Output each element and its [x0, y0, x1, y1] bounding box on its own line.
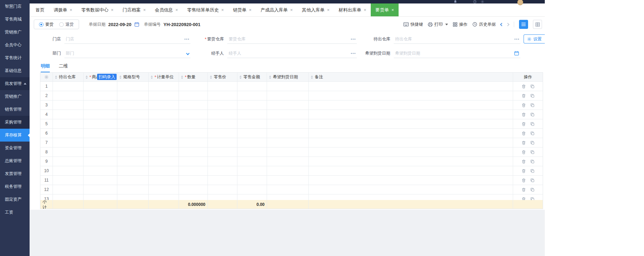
delete-row-icon[interactable]	[521, 150, 526, 154]
cell-col-actions[interactable]	[513, 166, 543, 176]
copy-row-icon[interactable]	[530, 187, 535, 192]
doc-type-radio-0[interactable]: 要货	[39, 22, 54, 27]
grid-view-button[interactable]	[533, 20, 542, 29]
row-number-cell[interactable]: 9	[40, 157, 53, 166]
cell-col-remark[interactable]	[309, 138, 513, 147]
cell-col-product[interactable]	[84, 166, 117, 176]
cell-col-qty[interactable]	[179, 138, 208, 147]
tab-close-icon[interactable]: ×	[327, 8, 330, 12]
cell-col-unit[interactable]	[149, 166, 179, 176]
cell-col-product[interactable]	[84, 110, 117, 119]
sidebar-item-retail-mall[interactable]: 零售商城	[0, 13, 30, 26]
row-number-cell[interactable]: 6	[40, 129, 53, 138]
cell-col-retail-amount[interactable]	[237, 129, 267, 138]
cell-col-expected-date[interactable]	[267, 119, 309, 129]
cell-col-actions[interactable]	[513, 129, 543, 138]
delete-row-icon[interactable]	[521, 103, 526, 107]
cell-col-unit[interactable]	[149, 110, 179, 119]
cell-col-qty[interactable]	[179, 185, 208, 194]
expected-arrival-date-input[interactable]: 希望到货日期	[394, 49, 520, 58]
chevron-icon[interactable]	[187, 52, 189, 55]
cell-col-retail-price[interactable]	[208, 194, 237, 200]
cell-col-spec-model[interactable]	[117, 166, 149, 176]
cell-col-spec-model[interactable]	[117, 129, 149, 138]
cell-col-actions[interactable]	[513, 176, 543, 185]
delete-row-icon[interactable]	[521, 169, 526, 173]
tab-close-icon[interactable]: ×	[364, 8, 367, 12]
delete-row-icon[interactable]	[521, 141, 526, 145]
cell-col-spec-model[interactable]	[117, 157, 149, 166]
row-number-cell[interactable]: 1	[40, 82, 53, 91]
cell-col-remark[interactable]	[309, 91, 513, 101]
cell-col-actions[interactable]	[513, 91, 543, 101]
delete-row-icon[interactable]	[521, 131, 526, 136]
ellipsis-icon[interactable]	[514, 39, 519, 40]
sidebar-item-inventory-accounting[interactable]: 库存核算	[0, 129, 30, 142]
tab-other-inbound[interactable]: 其他入库单×	[297, 3, 334, 16]
cell-col-unit[interactable]	[149, 101, 179, 110]
delete-row-icon[interactable]	[521, 94, 526, 98]
cell-col-remark[interactable]	[309, 129, 513, 138]
cell-col-spec-model[interactable]	[117, 101, 149, 110]
cell-col-retail-amount[interactable]	[237, 138, 267, 147]
row-number-cell[interactable]: 5	[40, 119, 53, 129]
cell-col-product[interactable]	[84, 147, 117, 157]
cell-col-remark[interactable]	[309, 176, 513, 185]
cell-col-retail-price[interactable]	[208, 138, 237, 147]
sidebar-item-wholesale-marketing[interactable]: 营销推广	[0, 90, 30, 103]
cell-col-remark[interactable]	[309, 185, 513, 194]
sort-icon[interactable]	[119, 75, 121, 79]
cell-col-retail-amount[interactable]	[237, 147, 267, 157]
cell-col-retail-amount[interactable]	[237, 166, 267, 176]
header-col-unit[interactable]: *计量单位	[149, 73, 179, 82]
tab-home[interactable]: 首页	[31, 3, 49, 16]
scan-entry-badge[interactable]: 扫码录入	[97, 74, 117, 80]
copy-row-icon[interactable]	[530, 141, 535, 145]
tab-retail-data-center[interactable]: 零售数据中心×	[77, 3, 118, 16]
sort-icon[interactable]	[86, 75, 88, 79]
cell-col-actions[interactable]	[513, 138, 543, 147]
sort-icon[interactable]	[181, 75, 183, 79]
sidebar-item-basic-info[interactable]: 基础信息	[0, 64, 30, 77]
cell-col-outbound-warehouse[interactable]	[53, 101, 84, 110]
tab-member-info[interactable]: 会员信息×	[150, 3, 183, 16]
cell-col-qty[interactable]	[179, 82, 208, 91]
sort-icon[interactable]	[239, 75, 242, 79]
cell-col-spec-model[interactable]	[117, 176, 149, 185]
header-col-retail-amount[interactable]: 零售金额	[237, 73, 267, 82]
detail-tab-detail[interactable]: 明细	[41, 63, 50, 72]
cell-col-actions[interactable]	[513, 147, 543, 157]
cell-col-qty[interactable]	[179, 157, 208, 166]
row-number-cell[interactable]: 11	[40, 176, 53, 185]
copy-row-icon[interactable]	[530, 131, 535, 136]
tab-material-outbound[interactable]: 材料出库单×	[334, 3, 371, 16]
cell-col-spec-model[interactable]	[117, 91, 149, 101]
cell-col-qty[interactable]	[179, 166, 208, 176]
header-col-remark[interactable]: 备注	[309, 73, 513, 82]
cell-col-remark[interactable]	[309, 157, 513, 166]
cell-col-retail-price[interactable]	[208, 185, 237, 194]
department-input[interactable]: 部门	[64, 49, 190, 58]
sidebar-item-purchase-mgmt[interactable]: 采购管理	[0, 116, 30, 129]
cell-col-qty[interactable]	[179, 91, 208, 101]
delete-row-icon[interactable]	[521, 187, 526, 192]
cell-col-product[interactable]	[84, 91, 117, 101]
copy-row-icon[interactable]	[530, 169, 535, 173]
cell-col-spec-model[interactable]	[117, 194, 149, 200]
cell-col-actions[interactable]	[513, 194, 543, 200]
cell-col-retail-amount[interactable]	[237, 119, 267, 129]
tab-store-archive[interactable]: 门店档案×	[118, 3, 150, 16]
cell-col-expected-date[interactable]	[267, 110, 309, 119]
cell-col-outbound-warehouse[interactable]	[53, 194, 84, 200]
cell-col-retail-amount[interactable]	[237, 110, 267, 119]
operations-button[interactable]: 操作	[453, 22, 468, 27]
sort-icon[interactable]	[210, 75, 212, 79]
cell-col-retail-amount[interactable]	[237, 176, 267, 185]
cell-col-unit[interactable]	[149, 129, 179, 138]
column-settings-cell[interactable]	[40, 73, 53, 82]
cell-col-expected-date[interactable]	[267, 147, 309, 157]
tab-close-icon[interactable]: ×	[70, 8, 72, 12]
cell-col-unit[interactable]	[149, 157, 179, 166]
tab-close-icon[interactable]: ×	[175, 8, 178, 12]
header-col-product[interactable]: *商品扫码录入	[84, 73, 117, 82]
